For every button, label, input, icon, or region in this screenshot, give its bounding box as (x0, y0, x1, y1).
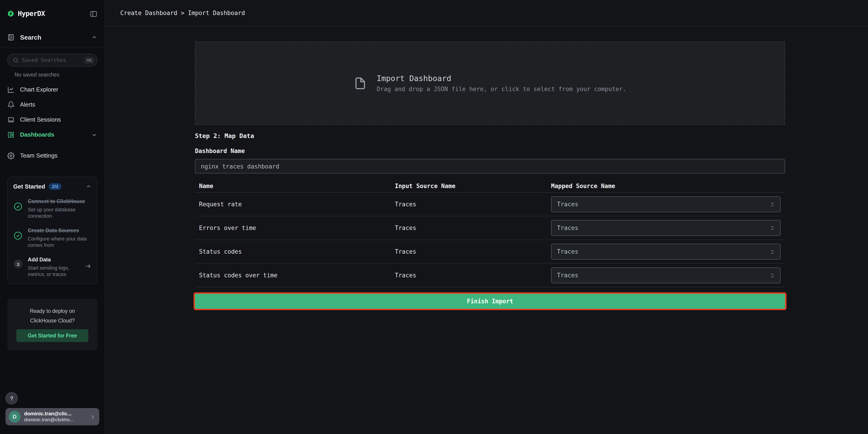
get-started-step-data-sources[interactable]: Create Data Sources Configure where your… (13, 226, 92, 248)
chart-name-cell: Status codes (199, 248, 395, 255)
sidebar-item-alerts[interactable]: Alerts (0, 97, 105, 112)
sidebar-section-search[interactable]: Search (0, 27, 105, 48)
deploy-text-line1: Ready to deploy on (17, 307, 88, 316)
saved-searches-input[interactable] (22, 57, 81, 63)
panel-toggle-icon (90, 10, 97, 18)
page-header: Create Dashboard > Import Dashboard (105, 0, 868, 26)
chevron-up-down-icon (769, 201, 776, 208)
step-2-title: Step 2: Map Data (195, 132, 785, 140)
input-source-cell: Traces (395, 201, 551, 208)
get-started-step-connect[interactable]: Connect to ClickHouse Set up your databa… (13, 197, 92, 219)
breadcrumb: Create Dashboard > Import Dashboard (120, 9, 245, 17)
mapped-source-select[interactable]: Traces (551, 244, 781, 259)
saved-searches-box[interactable]: ⌘K (7, 54, 97, 66)
bell-icon (7, 101, 14, 108)
mapping-table-header: Name Input Source Name Mapped Source Nam… (195, 179, 785, 193)
no-saved-searches-text: No saved searches (0, 72, 105, 78)
mapped-source-select[interactable]: Traces (551, 220, 781, 236)
sidebar-item-label: Team Settings (20, 152, 97, 159)
table-row: Status codes Traces Traces (195, 240, 785, 264)
sidebar-header: HyperDX (0, 0, 105, 27)
chart-name-cell: Errors over time (199, 224, 395, 231)
arrow-right-icon (83, 255, 92, 277)
chevron-up-icon (86, 184, 92, 189)
sidebar-item-client-sessions[interactable]: Client Sessions (0, 112, 105, 127)
get-started-card: Get Started 2/3 Connect to ClickHouse Se… (7, 177, 97, 284)
step-number: 3 (14, 259, 22, 268)
table-row: Request rate Traces Traces (195, 193, 785, 216)
input-source-cell: Traces (395, 224, 551, 231)
step-title: Connect to ClickHouse (28, 198, 85, 204)
hyperdx-app: HyperDX Search (0, 0, 868, 434)
get-started-header[interactable]: Get Started 2/3 (13, 183, 92, 190)
chevron-down-icon (91, 131, 97, 138)
get-started-free-button[interactable]: Get Started for Free (17, 330, 88, 342)
dropzone-title: Import Dashboard (377, 74, 626, 83)
step-description: Start sending logs, metrics, or traces (28, 265, 83, 277)
dashboard-name-input[interactable] (195, 159, 785, 174)
step-title: Add Data (28, 257, 51, 262)
input-source-cell: Traces (395, 272, 551, 279)
sidebar-nav: Chart Explorer Alerts Client Sessions (0, 82, 105, 163)
file-icon (354, 75, 367, 91)
sidebar-item-label: Client Sessions (20, 116, 97, 123)
app-logo[interactable]: HyperDX (7, 9, 90, 18)
chart-name-cell: Status codes over time (199, 272, 395, 279)
table-row: Errors over time Traces Traces (195, 216, 785, 240)
get-started-step-add-data[interactable]: 3 Add Data Start sending logs, metrics, … (13, 255, 92, 277)
user-name: dominic.tran@clic... (24, 410, 90, 417)
input-source-cell: Traces (395, 248, 551, 255)
import-dashboard-content: Import Dashboard Drag and drop a JSON fi… (195, 26, 785, 309)
progress-badge: 2/3 (49, 183, 61, 190)
chevron-up-down-icon (769, 272, 776, 278)
dashboard-layout-icon (7, 131, 14, 138)
user-email: dominic.tran@clickho... (24, 417, 90, 423)
mapped-source-select[interactable]: Traces (551, 267, 781, 283)
chevron-up-down-icon (769, 225, 776, 231)
finish-import-button[interactable]: Finish Import (195, 294, 785, 309)
clickhouse-cloud-card: Ready to deploy on ClickHouse Cloud? Get… (7, 299, 97, 350)
user-menu[interactable]: D dominic.tran@clic... dominic.tran@clic… (5, 408, 99, 425)
check-circle-icon (13, 197, 23, 219)
selected-source: Traces (557, 224, 578, 231)
get-started-title: Get Started (13, 183, 45, 190)
journal-icon (7, 34, 14, 41)
sidebar-item-chart-explorer[interactable]: Chart Explorer (0, 82, 105, 97)
avatar: D (9, 411, 21, 423)
search-section-label: Search (20, 34, 91, 41)
selected-source: Traces (557, 248, 578, 255)
search-icon (13, 57, 19, 63)
sidebar-item-label: Dashboards (20, 131, 91, 138)
dashboard-name-label: Dashboard Name (195, 148, 785, 155)
dropzone-subtitle: Drag and drop a JSON file here, or click… (377, 86, 626, 92)
line-chart-icon (7, 86, 14, 93)
step-description: Configure where your data comes from (28, 235, 92, 248)
check-circle-icon (13, 226, 23, 248)
column-header-name: Name (199, 182, 395, 189)
sidebar: HyperDX Search (0, 0, 105, 434)
hyperdx-hexagon-bolt-icon (7, 10, 14, 17)
deploy-text-line2: ClickHouse Cloud? (17, 316, 88, 326)
mapped-source-select[interactable]: Traces (551, 196, 781, 212)
table-row: Status codes over time Traces Traces (195, 264, 785, 287)
column-header-input-source: Input Source Name (395, 182, 551, 189)
chevron-up-down-icon (769, 248, 776, 255)
column-header-mapped-source: Mapped Source Name (551, 182, 785, 189)
sidebar-item-label: Alerts (20, 101, 97, 108)
chart-name-cell: Request rate (199, 201, 395, 208)
step-number-circle: 3 (13, 255, 23, 277)
help-button[interactable]: ? (5, 392, 18, 404)
json-dropzone[interactable]: Import Dashboard Drag and drop a JSON fi… (195, 41, 785, 125)
app-title: HyperDX (18, 9, 45, 18)
nav-divider-gap (0, 142, 105, 148)
sidebar-item-team-settings[interactable]: Team Settings (0, 148, 105, 163)
gear-icon (7, 152, 14, 159)
main-area: Create Dashboard > Import Dashboard Impo… (105, 0, 868, 434)
step-description: Set up your database connection (28, 206, 92, 219)
selected-source: Traces (557, 201, 578, 208)
chevron-up-icon (91, 34, 97, 40)
sidebar-collapse-button[interactable] (90, 10, 97, 18)
sidebar-item-dashboards[interactable]: Dashboards (0, 127, 105, 142)
selected-source: Traces (557, 272, 578, 279)
laptop-icon (7, 116, 14, 123)
